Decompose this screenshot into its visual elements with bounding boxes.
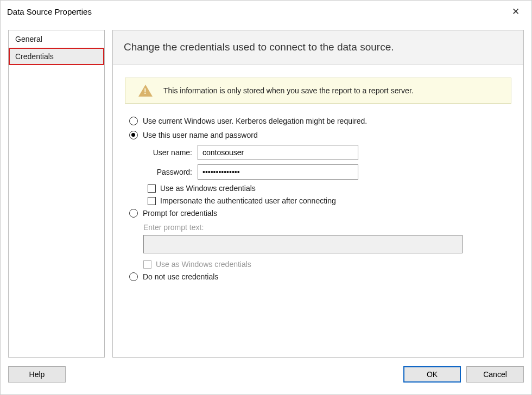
sidebar: General Credentials	[8, 30, 105, 358]
use-this-fields: User name: Password: Use as Windows cred…	[143, 145, 511, 205]
sidebar-item-label: General	[15, 35, 42, 43]
checkbox-label: Impersonate the authenticated user after…	[160, 196, 336, 205]
password-input[interactable]	[198, 164, 358, 180]
sidebar-item-general[interactable]: General	[9, 30, 104, 48]
radio-label: Use this user name and password	[143, 131, 258, 139]
sidebar-item-label: Credentials	[15, 52, 54, 61]
close-icon[interactable]: ✕	[506, 4, 525, 20]
username-input[interactable]	[198, 145, 358, 160]
checkbox-icon[interactable]	[148, 184, 156, 193]
checkbox-icon	[143, 260, 151, 269]
password-row: Password:	[143, 164, 511, 180]
ok-button[interactable]: OK	[403, 366, 461, 383]
main-header: Change the credentials used to connect t…	[113, 30, 523, 65]
checkbox-label: Use as Windows credentials	[156, 260, 251, 269]
info-banner-text: This information is only stored when you…	[163, 86, 414, 95]
titlebar: Data Source Properties ✕	[1, 1, 531, 22]
radio-icon[interactable]	[129, 272, 138, 281]
content-area: General Credentials Change the credentia…	[1, 22, 531, 362]
info-banner: This information is only stored when you…	[125, 78, 511, 104]
cancel-button[interactable]: Cancel	[466, 366, 524, 383]
username-label: User name:	[143, 148, 198, 157]
option-use-this-user[interactable]: Use this user name and password	[129, 131, 511, 139]
username-row: User name:	[143, 145, 511, 160]
radio-icon[interactable]	[129, 131, 138, 139]
radio-label: Use current Windows user. Kerberos deleg…	[143, 117, 367, 125]
radio-icon[interactable]	[129, 209, 138, 218]
footer: Help OK Cancel	[1, 362, 531, 390]
main-panel: Change the credentials used to connect t…	[112, 30, 524, 358]
password-label: Password:	[143, 168, 198, 176]
option-do-not-use[interactable]: Do not use credentials	[129, 272, 511, 281]
checkbox-icon[interactable]	[148, 197, 156, 205]
prompt-text-input[interactable]	[143, 235, 463, 253]
main-body: This information is only stored when you…	[113, 65, 523, 357]
use-as-windows-row[interactable]: Use as Windows credentials	[148, 184, 511, 193]
radio-icon[interactable]	[129, 117, 138, 125]
help-button[interactable]: Help	[8, 366, 66, 383]
checkbox-label: Use as Windows credentials	[160, 184, 256, 193]
option-use-current[interactable]: Use current Windows user. Kerberos deleg…	[129, 117, 511, 125]
radio-label: Prompt for credentials	[143, 209, 217, 218]
radio-label: Do not use credentials	[143, 272, 218, 281]
prompt-fields: Enter prompt text: Use as Windows creden…	[143, 223, 511, 269]
prompt-use-as-windows-row: Use as Windows credentials	[143, 260, 511, 269]
main-heading: Change the credentials used to connect t…	[124, 41, 512, 53]
impersonate-row[interactable]: Impersonate the authenticated user after…	[148, 196, 511, 205]
window-title: Data Source Properties	[7, 7, 92, 16]
warning-icon	[138, 85, 153, 97]
prompt-text-label: Enter prompt text:	[143, 223, 511, 232]
option-prompt[interactable]: Prompt for credentials	[129, 209, 511, 218]
sidebar-item-credentials[interactable]: Credentials	[9, 48, 104, 65]
footer-right: OK Cancel	[403, 366, 524, 383]
